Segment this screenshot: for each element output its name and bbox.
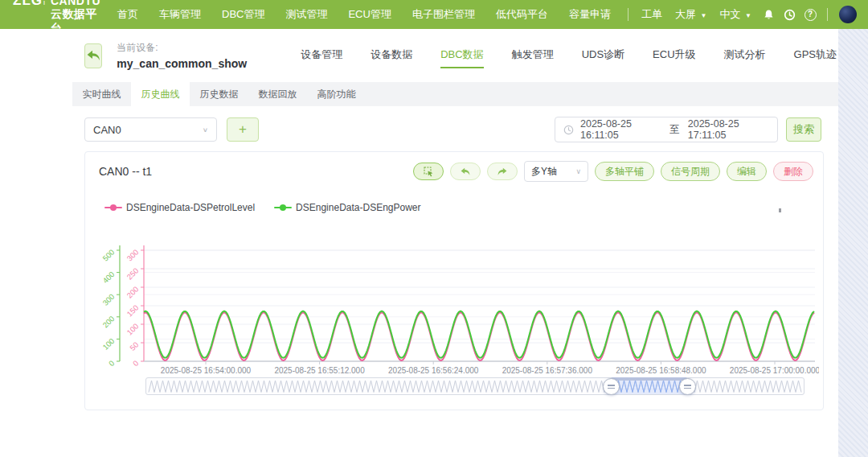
svg-text:200: 200 bbox=[100, 314, 116, 329]
date-end-value[interactable]: 2025-08-25 17:11:05 bbox=[688, 118, 769, 141]
main-menu: 首页车辆管理DBC管理测试管理ECU管理电子围栏管理低代码平台容量申请 bbox=[107, 0, 621, 29]
svg-text:300: 300 bbox=[125, 248, 140, 263]
bell-icon[interactable] bbox=[758, 0, 779, 29]
channel-select[interactable]: CAN0 ∨ bbox=[84, 117, 217, 142]
data-zoom-left-handle[interactable] bbox=[603, 378, 620, 395]
date-start-value[interactable]: 2025-08-25 16:11:05 bbox=[580, 118, 661, 141]
language-dropdown[interactable]: 中文 ▼ bbox=[713, 7, 758, 22]
main-content: CAN0 ∨ + 2025-08-25 16:11:05 至 2025-08-2… bbox=[0, 106, 838, 457]
add-chart-button[interactable]: + bbox=[227, 117, 259, 142]
user-avatar[interactable] bbox=[839, 6, 857, 23]
chart-title: CAN0 -- t1 bbox=[99, 165, 152, 178]
data-zoom-window-bar[interactable] bbox=[611, 377, 687, 381]
zlg-logo-mark: i bbox=[43, 0, 45, 6]
box-select-icon bbox=[424, 167, 434, 177]
svg-text:50: 50 bbox=[128, 340, 140, 352]
chevron-down-icon: ▼ bbox=[701, 12, 707, 19]
data-zoom-slider[interactable] bbox=[145, 377, 805, 395]
platform-title: CANDTU云数据平台 bbox=[51, 0, 107, 36]
device-tab[interactable]: 设备数据 bbox=[369, 41, 414, 70]
curve-tab[interactable]: 历史曲线 bbox=[131, 82, 190, 106]
current-device-label: 当前设备: bbox=[117, 41, 247, 55]
svg-text:2025-08-25 17:00:00.000: 2025-08-25 17:00:00.000 bbox=[730, 366, 819, 375]
nav-menu-item[interactable]: 车辆管理 bbox=[149, 0, 211, 29]
device-tab[interactable]: UDS诊断 bbox=[580, 41, 626, 70]
curve-tab-strip: 实时曲线历史曲线历史数据数据回放高阶功能 bbox=[72, 82, 838, 106]
device-tab[interactable]: 触发管理 bbox=[510, 41, 555, 70]
chart-legend: DSEngineData-DSPetrolLevelDSEngineData-D… bbox=[104, 202, 421, 213]
nav-menu-item[interactable]: 测试管理 bbox=[275, 0, 338, 29]
channel-select-value: CAN0 bbox=[93, 124, 203, 136]
chart-corner-dot bbox=[779, 208, 781, 212]
svg-text:2025-08-25 16:57:36.000: 2025-08-25 16:57:36.000 bbox=[502, 366, 593, 375]
curve-tab[interactable]: 数据回放 bbox=[248, 82, 307, 106]
svg-text:100: 100 bbox=[125, 322, 140, 337]
current-device-info: 当前设备: my_can_common_show bbox=[117, 41, 247, 70]
legend-dot bbox=[110, 204, 117, 211]
help-icon[interactable]: ? bbox=[800, 0, 821, 29]
date-separator: 至 bbox=[669, 123, 680, 137]
chevron-down-icon: ∨ bbox=[203, 126, 208, 134]
svg-text:250: 250 bbox=[125, 266, 140, 282]
chart-panel: CAN0 -- t1 多Y轴 ∨ 多轴平铺 bbox=[84, 151, 824, 410]
svg-text:2025-08-25 16:55:12.000: 2025-08-25 16:55:12.000 bbox=[274, 366, 365, 375]
right-striped-band bbox=[838, 29, 868, 457]
curve-tab[interactable]: 实时曲线 bbox=[72, 82, 131, 106]
nav-menu-item[interactable]: 电子围栏管理 bbox=[402, 0, 485, 29]
edit-button[interactable]: 编辑 bbox=[727, 162, 767, 181]
nav-menu-item[interactable]: DBC管理 bbox=[211, 0, 275, 29]
svg-text:300: 300 bbox=[100, 292, 116, 307]
signal-period-button[interactable]: 信号周期 bbox=[661, 162, 720, 181]
nav-menu-item[interactable]: 容量申请 bbox=[559, 0, 621, 29]
curve-tab[interactable]: 历史数据 bbox=[190, 82, 248, 106]
search-button[interactable]: 搜索 bbox=[786, 117, 821, 142]
device-header: 当前设备: my_can_common_show 设备管理设备数据DBC数据触发… bbox=[0, 29, 838, 82]
history-clock-icon[interactable] bbox=[779, 0, 800, 29]
nav-menu-item[interactable]: 首页 bbox=[107, 0, 149, 29]
legend-item[interactable]: DSEngineData-DSEngPower bbox=[274, 202, 420, 213]
device-tab[interactable]: ECU升级 bbox=[651, 41, 697, 70]
navbar-divider bbox=[827, 8, 828, 21]
svg-text:2025-08-25 16:54:00.000: 2025-08-25 16:54:00.000 bbox=[161, 366, 252, 375]
work-order-link[interactable]: 工单 bbox=[635, 7, 669, 22]
undo-button[interactable] bbox=[450, 163, 481, 180]
candtu-cloud-app: ZLGi CANDTU云数据平台 首页车辆管理DBC管理测试管理ECU管理电子围… bbox=[0, 0, 868, 457]
redo-arrow-icon bbox=[497, 167, 508, 176]
delete-button[interactable]: 删除 bbox=[773, 162, 813, 181]
y-axis-mode-value: 多Y轴 bbox=[531, 165, 575, 179]
curve-tab[interactable]: 高阶功能 bbox=[307, 82, 366, 106]
svg-text:500: 500 bbox=[100, 248, 116, 263]
device-tab[interactable]: 测试分析 bbox=[723, 41, 768, 70]
svg-text:150: 150 bbox=[125, 303, 140, 319]
box-select-zoom-button[interactable] bbox=[413, 163, 444, 180]
device-name: my_can_common_show bbox=[117, 57, 247, 70]
legend-label: DSEngineData-DSPetrolLevel bbox=[126, 202, 255, 213]
device-tab[interactable]: 设备管理 bbox=[299, 41, 344, 70]
legend-dot bbox=[280, 204, 286, 211]
svg-text:400: 400 bbox=[100, 270, 116, 285]
legend-marker-icon bbox=[274, 204, 292, 211]
nav-menu-item[interactable]: 低代码平台 bbox=[485, 0, 559, 29]
redo-button[interactable] bbox=[487, 163, 518, 180]
device-tab[interactable]: DBC数据 bbox=[439, 41, 485, 70]
chart-toolbar: 多Y轴 ∨ 多轴平铺 信号周期 编辑 删除 bbox=[413, 161, 813, 182]
svg-text:100: 100 bbox=[100, 336, 116, 352]
chevron-down-icon: ∨ bbox=[575, 167, 581, 175]
device-tab-bar: 设备管理设备数据DBC数据触发管理UDS诊断ECU升级测试分析GPS轨迹 bbox=[299, 41, 838, 70]
svg-text:2025-08-25 16:58:48.000: 2025-08-25 16:58:48.000 bbox=[616, 366, 706, 375]
data-zoom-right-handle[interactable] bbox=[679, 378, 696, 395]
y-axis-mode-select[interactable]: 多Y轴 ∨ bbox=[524, 161, 588, 182]
svg-text:200: 200 bbox=[125, 285, 140, 300]
legend-label: DSEngineData-DSEngPower bbox=[296, 202, 420, 213]
back-button[interactable] bbox=[84, 43, 102, 68]
nav-menu-item[interactable]: ECU管理 bbox=[338, 0, 401, 29]
brand-logo[interactable]: ZLGi CANDTU云数据平台 bbox=[13, 0, 107, 36]
zlg-logo-text: ZLG bbox=[13, 0, 43, 9]
legend-item[interactable]: DSEngineData-DSPetrolLevel bbox=[104, 202, 255, 213]
device-tab[interactable]: GPS轨迹 bbox=[792, 41, 838, 70]
date-range-picker[interactable]: 2025-08-25 16:11:05 至 2025-08-25 17:11:0… bbox=[555, 117, 778, 142]
big-screen-dropdown[interactable]: 大屏 ▼ bbox=[669, 7, 714, 22]
top-navbar: ZLGi CANDTU云数据平台 首页车辆管理DBC管理测试管理ECU管理电子围… bbox=[0, 0, 868, 29]
multi-axis-tile-button[interactable]: 多轴平铺 bbox=[595, 162, 654, 181]
line-chart[interactable]: 01002003004005000501001502002503002025-0… bbox=[96, 242, 819, 381]
